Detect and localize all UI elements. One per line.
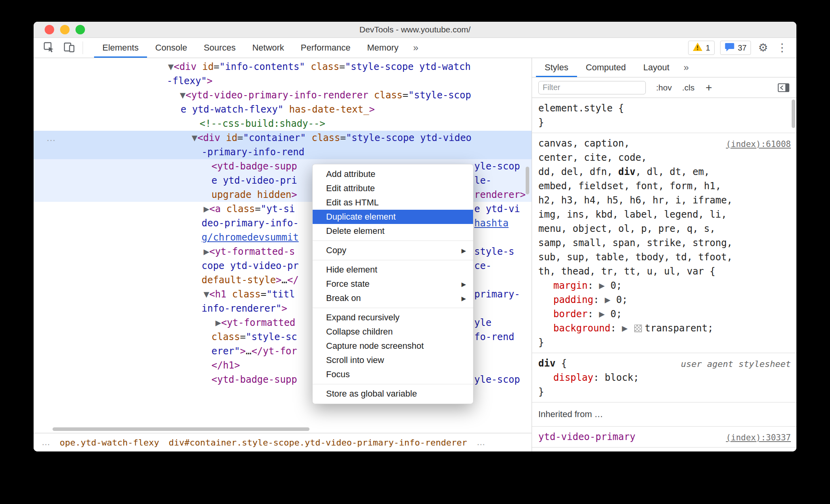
code-segment: -flexy" [167,75,207,87]
breadcrumb-overflow-left[interactable]: … [37,437,55,448]
settings-gear-icon[interactable]: ⚙ [756,42,770,53]
code-segment: ▶ [622,323,627,334]
tab-performance[interactable]: Performance [292,38,359,58]
element-classes-button[interactable]: .cls [682,83,695,92]
tab-elements[interactable]: Elements [94,38,147,58]
styles-filter-input[interactable] [538,81,646,94]
menu-item-delete-element[interactable]: Delete element [313,224,473,238]
css-line[interactable]: } [538,115,791,130]
breadcrumb-item-watch-flexy[interactable]: ope.ytd-watch-flexy [55,438,164,448]
menu-item-edit-as-html[interactable]: Edit as HTML [313,196,473,210]
device-toolbar-icon[interactable] [63,41,75,55]
style-rule-section-1: (index):61008canvas, caption,center, cit… [532,133,796,353]
css-line[interactable]: } [538,335,791,350]
tab-memory[interactable]: Memory [359,38,407,58]
tab-sources[interactable]: Sources [195,38,244,58]
css-line[interactable]: sub, sup, table, tbody, td, tfoot, [538,250,791,264]
zoom-button[interactable] [75,25,85,34]
minimize-button[interactable] [60,25,70,34]
menu-item-hide-element[interactable]: Hide element [313,263,473,277]
menu-item-scroll-into-view[interactable]: Scroll into view [313,353,473,367]
sidebar-tab-computed[interactable]: Computed [577,58,635,77]
code-segment: yle [474,317,491,328]
close-button[interactable] [45,25,54,34]
css-line[interactable]: margin: ▶ 0; [538,278,791,293]
title-bar[interactable]: DevTools - www.youtube.com/ [34,22,796,38]
menu-item-expand-recursively[interactable]: Expand recursively [313,310,473,325]
more-sidebar-tabs-chevron-icon[interactable]: » [678,58,694,77]
sidebar-toggle-icon[interactable] [777,83,790,93]
code-fragment-right-of-menu: le- [474,173,491,188]
sidebar-tab-styles[interactable]: Styles [536,58,577,77]
css-line[interactable]: samp, small, span, strike, strong, [538,236,791,250]
css-line[interactable]: element.style { [538,101,791,115]
menu-item-capture-node-screenshot[interactable]: Capture node screenshot [313,339,473,353]
menu-item-duplicate-element[interactable]: Duplicate element [313,210,473,224]
node-more-actions-icon[interactable]: … [46,131,56,145]
css-line[interactable]: background: ▶ transparent; [538,321,791,335]
menu-item-break-on[interactable]: Break on▶ [313,291,473,305]
vertical-scrollbar[interactable] [526,167,529,194]
code-segment: erer" [211,346,240,357]
menu-item-label: Scroll into view [326,355,384,365]
dom-tree-line-5[interactable]: …▼<div id="container" class="style-scope… [34,131,532,145]
code-segment: = [240,331,245,342]
submenu-arrow-icon: ▶ [461,277,466,291]
code-segment: : [593,294,605,305]
menu-item-label: Edit as HTML [326,197,379,207]
breadcrumb-overflow-right[interactable]: … [472,437,490,448]
dom-tree-line-0[interactable]: ▼<div id="info-contents" class="style-sc… [34,60,532,74]
css-line[interactable]: th, thead, tr, tt, u, ul, var { [538,264,791,278]
code-segment: hashta [474,218,509,229]
breadcrumb-item-container[interactable]: div#container.style-scope.ytd-video-prim… [164,438,472,448]
warnings-badge[interactable]: 1 [688,41,715,55]
stylesheet-source-link[interactable]: (index):30337 [726,431,791,445]
styles-scrollbar[interactable] [792,100,795,128]
code-segment: th, thead, tr, tt, u, ul, var { [538,266,715,277]
dom-tree-line-2[interactable]: ▼<ytd-video-primary-info-renderer class=… [34,88,532,102]
code-segment: margin [553,280,588,291]
sidebar-tab-layout[interactable]: Layout [634,58,678,77]
css-line[interactable]: dd, del, dfn, div, dl, dt, em, [538,165,791,179]
new-style-rule-button[interactable]: + [706,82,712,93]
menu-item-label: Store as global variable [326,389,417,399]
code-segment: { [555,358,567,369]
issues-badge[interactable]: 37 [720,41,751,55]
stylesheet-source-link[interactable]: (index):61008 [726,137,791,151]
more-options-icon[interactable]: ⋮ [775,42,789,53]
css-line[interactable]: border: ▶ 0; [538,307,791,321]
code-segment: = [340,132,346,143]
menu-item-add-attribute[interactable]: Add attribute [313,167,473,181]
code-fragment-right-of-menu: primary- [474,287,520,301]
menu-item-edit-attribute[interactable]: Edit attribute [313,181,473,196]
menu-item-force-state[interactable]: Force state▶ [313,277,473,291]
code-fragment-right-of-menu: yle-scop [474,159,520,173]
css-line[interactable]: } [538,385,791,399]
dom-tree-line-4[interactable]: <!--css-build:shady--> [34,117,532,131]
menu-item-store-as-global-variable[interactable]: Store as global variable [313,387,473,401]
inspect-element-icon[interactable] [42,41,55,55]
dom-tree-line-1[interactable]: -flexy"> [34,74,532,88]
more-tabs-chevron-icon[interactable]: » [407,38,424,58]
css-line[interactable]: display: block; [538,370,791,385]
code-segment: <yt-formatted [221,317,295,328]
code-segment: ▼ [168,61,174,72]
css-line[interactable]: center, cite, code, [538,150,791,165]
css-line[interactable]: menu, object, ol, p, pre, q, s, [538,222,791,236]
menu-item-focus[interactable]: Focus [313,367,473,382]
menu-item-collapse-children[interactable]: Collapse children [313,325,473,339]
toggle-element-state-button[interactable]: :hov [656,83,672,92]
menu-item-copy[interactable]: Copy▶ [313,243,473,258]
dom-tree-line-3[interactable]: e ytd-watch-flexy" has-date-text_> [34,102,532,117]
tab-console[interactable]: Console [147,38,196,58]
message-count: 37 [738,43,747,53]
css-line[interactable]: h2, h3, h4, h5, h6, hr, i, iframe, [538,193,791,207]
code-segment: class [232,289,260,300]
css-line[interactable]: img, ins, kbd, label, legend, li, [538,207,791,222]
css-line[interactable]: embed, fieldset, font, form, h1, [538,179,791,193]
horizontal-scrollbar[interactable] [53,427,309,431]
css-line[interactable]: padding: ▶ 0; [538,293,791,307]
tab-network[interactable]: Network [244,38,292,58]
dom-tree-line-6[interactable]: -primary-info-rend [34,145,532,159]
code-segment: transparent; [645,323,713,334]
